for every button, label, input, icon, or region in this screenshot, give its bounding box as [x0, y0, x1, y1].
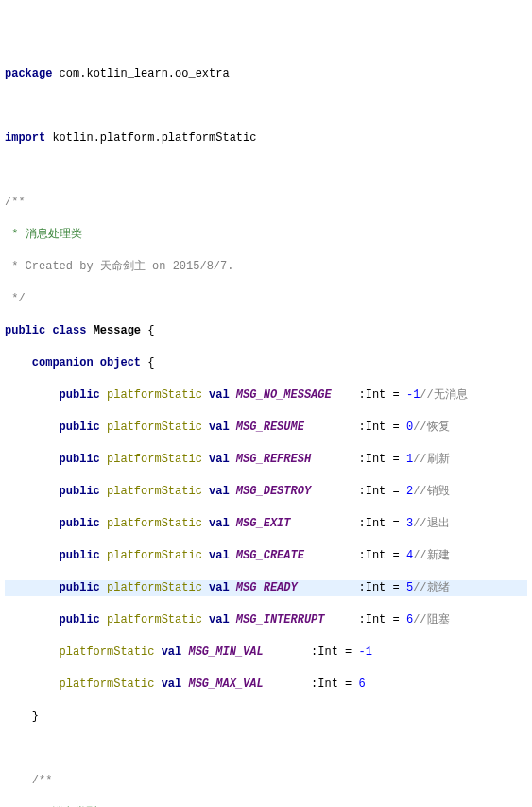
code-line: import kotlin.platform.platformStatic — [5, 130, 527, 146]
code-line: public platformStatic val MSG_RESUME :In… — [5, 420, 527, 436]
code-line: * Created by 天命剑主 on 2015/8/7. — [5, 259, 527, 275]
code-line: public class Message { — [5, 323, 527, 339]
code-line: public platformStatic val MSG_DESTROY :I… — [5, 484, 527, 500]
code-line: public platformStatic val MSG_EXIT :Int … — [5, 516, 527, 532]
code-line: */ — [5, 291, 527, 307]
code-line: companion object { — [5, 355, 527, 371]
code-line — [5, 741, 527, 757]
code-line: public platformStatic val MSG_REFRESH :I… — [5, 452, 527, 468]
code-line: /** — [5, 773, 527, 789]
code-line: /** — [5, 195, 527, 211]
code-line: public platformStatic val MSG_INTERRUPT … — [5, 612, 527, 628]
code-line — [5, 163, 527, 179]
code-line: package com.kotlin_learn.oo_extra — [5, 66, 527, 82]
code-line: platformStatic val MSG_MAX_VAL :Int = 6 — [5, 677, 527, 693]
code-line: public platformStatic val MSG_CREATE :In… — [5, 548, 527, 564]
code-line — [5, 98, 527, 114]
code-line: public platformStatic val MSG_NO_MESSAGE… — [5, 387, 527, 404]
code-line: * 消息处理类 — [5, 227, 527, 243]
code-line-highlighted: public platformStatic val MSG_READY :Int… — [5, 580, 527, 596]
code-line: platformStatic val MSG_MIN_VAL :Int = -1 — [5, 644, 527, 661]
code-line: } — [5, 709, 527, 725]
